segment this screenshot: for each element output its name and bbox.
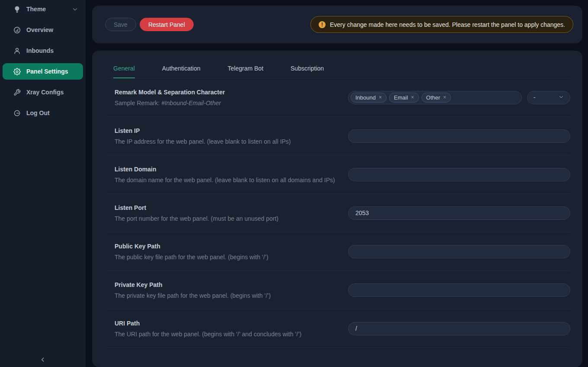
public-key-path-input[interactable] — [348, 245, 570, 258]
sidebar-item-label: Inbounds — [26, 47, 54, 54]
field-text: Remark Model & Separation CharacterSampl… — [106, 89, 225, 106]
settings-form: Remark Model & Separation CharacterSampl… — [106, 78, 570, 348]
sidebar-item-overview[interactable]: Overview — [3, 22, 83, 38]
save-button[interactable]: Save — [105, 18, 136, 31]
chevron-down-icon — [72, 6, 78, 12]
tag-label: Other — [426, 94, 441, 101]
listen-ip-input[interactable] — [348, 129, 570, 143]
form-row-private-key-path: Private Key PathThe private key file pat… — [106, 271, 570, 309]
field-control — [348, 283, 570, 297]
gauge-icon — [13, 26, 21, 34]
chevron-left-icon — [40, 357, 46, 364]
tab-authentication[interactable]: Authentication — [162, 62, 201, 78]
main-content: Save Restart Panel ! Every change made h… — [86, 0, 588, 367]
settings-tabs: GeneralAuthenticationTelegram BotSubscri… — [106, 62, 570, 78]
sidebar-item-inbounds[interactable]: Inbounds — [3, 42, 83, 59]
form-row-public-key-path: Public Key PathThe public key file path … — [106, 232, 570, 271]
separator-character-select[interactable]: - — [527, 91, 570, 104]
logout-icon — [13, 109, 21, 117]
field-text: Public Key PathThe public key file path … — [106, 243, 268, 261]
tag-label: Email — [394, 94, 408, 101]
field-label: URI Path — [115, 320, 301, 327]
field-description: The IP address for the web panel. (leave… — [115, 138, 291, 145]
form-row-listen-domain: Listen DomainThe domain name for the web… — [106, 155, 570, 194]
field-description: Sample Remark: #Inbound-Email-Other — [115, 100, 225, 106]
tab-subscription[interactable]: Subscription — [291, 62, 324, 78]
gear-icon — [13, 68, 21, 75]
field-text: Listen IPThe IP address for the web pane… — [106, 127, 291, 145]
uri-path-input[interactable] — [348, 322, 570, 335]
tab-telegram-bot[interactable]: Telegram Bot — [228, 62, 263, 78]
sidebar-item-label: Xray Configs — [26, 89, 64, 96]
warning-icon: ! — [319, 21, 326, 28]
private-key-path-input[interactable] — [348, 283, 570, 297]
field-label: Listen Domain — [115, 166, 335, 173]
wrench-icon — [13, 88, 21, 96]
tab-general[interactable]: General — [113, 62, 135, 78]
sidebar-collapse-button[interactable] — [37, 355, 49, 365]
field-control: Inbound×Email×Other×- — [348, 91, 570, 104]
field-text: Listen DomainThe domain name for the web… — [106, 166, 335, 184]
sidebar-item-panel-settings[interactable]: Panel Settings — [3, 63, 83, 80]
tag-label: Inbound — [355, 94, 376, 101]
form-row-listen-port: Listen PortThe port number for the web p… — [106, 194, 570, 232]
sidebar-item-label: Log Out — [26, 109, 50, 116]
field-description: The private key file path for the web pa… — [115, 292, 271, 299]
remark-model-multiselect[interactable]: Inbound×Email×Other× — [348, 91, 522, 104]
bulb-icon — [13, 5, 21, 13]
field-control — [348, 206, 570, 220]
select-value: - — [534, 94, 536, 101]
listen-port-input[interactable] — [348, 206, 570, 220]
user-icon — [13, 47, 21, 55]
field-label: Private Key Path — [115, 281, 271, 288]
field-description: The URI path for the web panel. (begins … — [115, 331, 301, 338]
restart-panel-button[interactable]: Restart Panel — [140, 18, 194, 31]
listen-domain-input[interactable] — [348, 168, 570, 181]
sidebar-item-log-out[interactable]: Log Out — [3, 105, 83, 121]
field-control — [348, 168, 570, 181]
field-control — [348, 129, 570, 143]
sidebar-nav: ThemeOverviewInboundsPanel SettingsXray … — [0, 1, 86, 121]
field-text: Private Key PathThe private key file pat… — [106, 281, 271, 299]
tag-email: Email× — [389, 93, 419, 103]
restart-warning-alert: ! Every change made here needs to be sav… — [310, 16, 573, 33]
toolbar-card: Save Restart Panel ! Every change made h… — [92, 6, 582, 43]
form-row-uri-path: URI PathThe URI path for the web panel. … — [106, 309, 570, 348]
field-control — [348, 322, 570, 335]
sidebar-item-theme[interactable]: Theme — [3, 1, 83, 17]
form-row-listen-ip: Listen IPThe IP address for the web pane… — [106, 117, 570, 155]
sidebar-item-xray-configs[interactable]: Xray Configs — [3, 84, 83, 100]
tag-inbound: Inbound× — [351, 93, 387, 103]
field-description: The port number for the web panel. (must… — [115, 215, 278, 222]
field-text: URI PathThe URI path for the web panel. … — [106, 320, 301, 338]
panel-settings-card: GeneralAuthenticationTelegram BotSubscri… — [92, 51, 582, 367]
sidebar: ThemeOverviewInboundsPanel SettingsXray … — [0, 0, 86, 367]
field-label: Listen Port — [115, 204, 278, 211]
tag-remove-icon[interactable]: × — [411, 95, 414, 100]
chevron-down-icon — [559, 94, 564, 101]
sidebar-item-label: Overview — [26, 26, 53, 33]
field-label: Public Key Path — [115, 243, 268, 250]
sidebar-item-label: Panel Settings — [26, 68, 68, 75]
tag-remove-icon[interactable]: × — [443, 95, 446, 100]
field-text: Listen PortThe port number for the web p… — [106, 204, 278, 222]
field-label: Listen IP — [115, 127, 291, 134]
field-description: The domain name for the web panel. (leav… — [115, 177, 335, 184]
form-row-remark-model: Remark Model & Separation CharacterSampl… — [106, 78, 570, 117]
sidebar-item-label: Theme — [26, 6, 46, 13]
field-control — [348, 245, 570, 258]
field-description: The public key file path for the web pan… — [115, 254, 268, 261]
field-label: Remark Model & Separation Character — [115, 89, 225, 96]
tag-remove-icon[interactable]: × — [379, 95, 382, 100]
tag-other: Other× — [422, 93, 451, 103]
alert-text: Every change made here needs to be saved… — [330, 21, 565, 28]
